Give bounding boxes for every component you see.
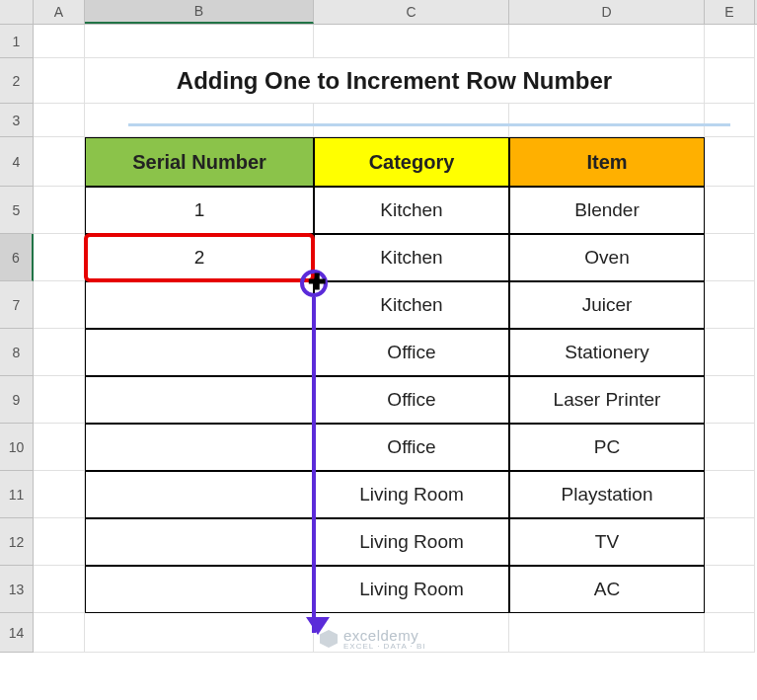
cell-grid: Adding One to Increment Row Number Seria…	[34, 25, 757, 653]
row-header-6[interactable]: 6	[0, 234, 34, 281]
cell-B12[interactable]	[85, 518, 314, 566]
table-row: Kitchen Juicer	[34, 281, 757, 329]
row-header-10[interactable]: 10	[0, 424, 34, 471]
cell-A3[interactable]	[34, 104, 85, 137]
table-row: Office PC	[34, 424, 757, 471]
cell-E2[interactable]	[705, 58, 755, 104]
header-serial[interactable]: Serial Number	[85, 137, 314, 187]
cell-A1[interactable]	[34, 25, 85, 58]
cell-C5[interactable]: Kitchen	[314, 187, 509, 234]
cell-B14[interactable]	[85, 613, 314, 653]
cell-B1[interactable]	[85, 25, 314, 58]
cell-E7[interactable]	[705, 281, 755, 329]
cell-C1[interactable]	[314, 25, 509, 58]
cell-C12[interactable]: Living Room	[314, 518, 509, 566]
cell-E3[interactable]	[705, 104, 755, 137]
table-row: Living Room Playstation	[34, 471, 757, 518]
table-row: Living Room TV	[34, 518, 757, 566]
page-title: Adding One to Increment Row Number	[177, 67, 612, 95]
cell-E14[interactable]	[705, 613, 755, 653]
cell-C8[interactable]: Office	[314, 329, 509, 376]
cell-A13[interactable]	[34, 566, 85, 613]
cell-C9[interactable]: Office	[314, 376, 509, 424]
header-item[interactable]: Item	[509, 137, 705, 187]
cell-E1[interactable]	[705, 25, 755, 58]
cell-D1[interactable]	[509, 25, 705, 58]
cell-C3[interactable]	[314, 104, 509, 137]
cell-A14[interactable]	[34, 613, 85, 653]
row-header-14[interactable]: 14	[0, 613, 34, 653]
worksheet: A B C D E 1 2 3 4 5 6 7 8 9 10 11 12 13 …	[0, 0, 757, 653]
row-header-9[interactable]: 9	[0, 376, 34, 424]
row-header-7[interactable]: 7	[0, 281, 34, 329]
cell-D8[interactable]: Stationery	[509, 329, 705, 376]
row-header-2[interactable]: 2	[0, 58, 34, 104]
cell-C10[interactable]: Office	[314, 424, 509, 471]
cell-C7[interactable]: Kitchen	[314, 281, 509, 329]
cell-A11[interactable]	[34, 471, 85, 518]
row-header-11[interactable]: 11	[0, 471, 34, 518]
select-all-corner[interactable]	[0, 0, 34, 24]
title-cell[interactable]: Adding One to Increment Row Number	[85, 58, 705, 104]
table-row: Office Laser Printer	[34, 376, 757, 424]
cell-A12[interactable]	[34, 518, 85, 566]
cell-B10[interactable]	[85, 424, 314, 471]
cell-D13[interactable]: AC	[509, 566, 705, 613]
cell-A7[interactable]	[34, 281, 85, 329]
cell-D5[interactable]: Blender	[509, 187, 705, 234]
cell-E10[interactable]	[705, 424, 755, 471]
cell-C6[interactable]: Kitchen	[314, 234, 509, 281]
cell-E5[interactable]	[705, 187, 755, 234]
column-header-A[interactable]: A	[34, 0, 85, 24]
row-header-3[interactable]: 3	[0, 104, 34, 137]
cell-E13[interactable]	[705, 566, 755, 613]
cell-C13[interactable]: Living Room	[314, 566, 509, 613]
cell-E12[interactable]	[705, 518, 755, 566]
cell-A8[interactable]	[34, 329, 85, 376]
cell-A10[interactable]	[34, 424, 85, 471]
column-header-C[interactable]: C	[314, 0, 509, 24]
cell-D9[interactable]: Laser Printer	[509, 376, 705, 424]
cell-E4[interactable]	[705, 137, 755, 187]
column-header-D[interactable]: D	[509, 0, 705, 24]
row-header-column: 1 2 3 4 5 6 7 8 9 10 11 12 13 14	[0, 25, 34, 653]
cell-B13[interactable]	[85, 566, 314, 613]
table-row: 2 Kitchen Oven	[34, 234, 757, 281]
cell-A2[interactable]	[34, 58, 85, 104]
cell-B11[interactable]	[85, 471, 314, 518]
column-header-B[interactable]: B	[85, 0, 314, 24]
row-header-13[interactable]: 13	[0, 566, 34, 613]
cell-A4[interactable]	[34, 137, 85, 187]
cell-E11[interactable]	[705, 471, 755, 518]
cell-D14[interactable]	[509, 613, 705, 653]
cell-B7[interactable]	[85, 281, 314, 329]
cell-A6[interactable]	[34, 234, 85, 281]
cell-D11[interactable]: Playstation	[509, 471, 705, 518]
cell-E6[interactable]	[705, 234, 755, 281]
column-header-E[interactable]: E	[705, 0, 755, 24]
cell-E9[interactable]	[705, 376, 755, 424]
cell-D3[interactable]	[509, 104, 705, 137]
cell-B3[interactable]	[85, 104, 314, 137]
cell-C14[interactable]	[314, 613, 509, 653]
cell-A5[interactable]	[34, 187, 85, 234]
cell-D10[interactable]: PC	[509, 424, 705, 471]
row-header-12[interactable]: 12	[0, 518, 34, 566]
row-header-1[interactable]: 1	[0, 25, 34, 58]
cell-D6[interactable]: Oven	[509, 234, 705, 281]
cell-B6[interactable]: 2	[85, 234, 314, 281]
title-underline	[128, 123, 730, 126]
cell-B9[interactable]	[85, 376, 314, 424]
header-category[interactable]: Category	[314, 137, 509, 187]
row-header-5[interactable]: 5	[0, 187, 34, 234]
row-header-8[interactable]: 8	[0, 329, 34, 376]
cell-D12[interactable]: TV	[509, 518, 705, 566]
cell-D7[interactable]: Juicer	[509, 281, 705, 329]
cell-C11[interactable]: Living Room	[314, 471, 509, 518]
cell-E8[interactable]	[705, 329, 755, 376]
cell-B8[interactable]	[85, 329, 314, 376]
cell-B5[interactable]: 1	[85, 187, 314, 234]
table-row: Living Room AC	[34, 566, 757, 613]
row-header-4[interactable]: 4	[0, 137, 34, 187]
cell-A9[interactable]	[34, 376, 85, 424]
